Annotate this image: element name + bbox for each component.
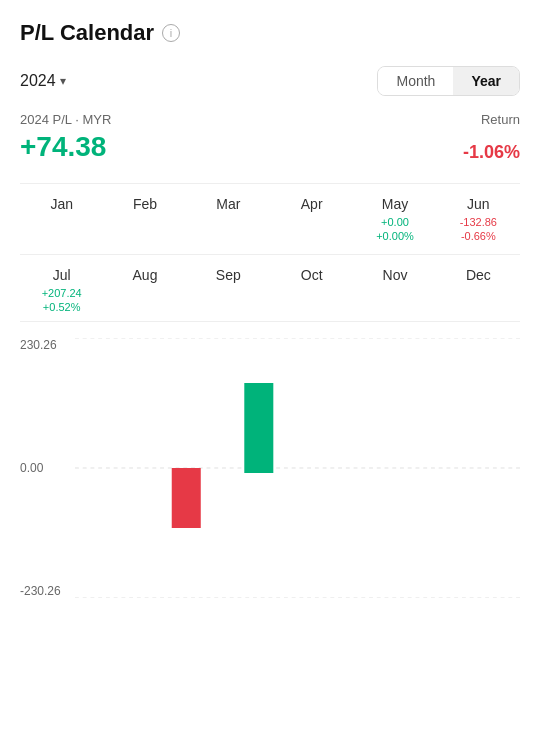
page-title: P/L Calendar xyxy=(20,20,154,46)
summary-label: 2024 P/L · MYR xyxy=(20,112,111,127)
chart-svg xyxy=(75,338,520,598)
candle-sep xyxy=(172,468,201,528)
month-cell-nov[interactable]: Nov xyxy=(353,267,436,313)
chart-inner xyxy=(75,338,520,598)
months-row1: Jan Feb Mar Apr May +0.00 +0.00% Jun -13… xyxy=(20,184,520,255)
chart-label-bot: -230.26 xyxy=(20,584,80,598)
month-cell-feb[interactable]: Feb xyxy=(103,196,186,242)
month-cell-apr[interactable]: Apr xyxy=(270,196,353,242)
month-toggle-btn[interactable]: Month xyxy=(378,67,453,95)
candle-oct xyxy=(244,383,273,473)
month-cell-dec[interactable]: Dec xyxy=(437,267,520,313)
year-toggle-btn[interactable]: Year xyxy=(453,67,519,95)
view-toggle: Month Year xyxy=(377,66,520,96)
month-cell-may[interactable]: May +0.00 +0.00% xyxy=(353,196,436,242)
return-label: Return xyxy=(481,112,520,127)
header-row: P/L Calendar i xyxy=(20,20,520,46)
summary-values-row: +74.38 -1.06% xyxy=(20,131,520,163)
month-cell-oct[interactable]: Oct xyxy=(270,267,353,313)
year-value: 2024 xyxy=(20,72,56,90)
return-value: -1.06% xyxy=(463,142,520,163)
month-cell-sep[interactable]: Sep xyxy=(187,267,270,313)
year-caret: ▾ xyxy=(60,74,66,88)
summary-row: 2024 P/L · MYR Return xyxy=(20,112,520,127)
month-cell-jan[interactable]: Jan xyxy=(20,196,103,242)
chart-label-top: 230.26 xyxy=(20,338,80,352)
month-cell-jul[interactable]: Jul +207.24 +0.52% xyxy=(20,267,103,313)
year-selector[interactable]: 2024 ▾ xyxy=(20,72,66,90)
chart-label-mid: 0.00 xyxy=(20,461,80,475)
pl-value: +74.38 xyxy=(20,131,106,163)
chart-y-labels: 230.26 0.00 -230.26 xyxy=(20,338,80,598)
month-cell-aug[interactable]: Aug xyxy=(103,267,186,313)
info-icon[interactable]: i xyxy=(162,24,180,42)
months-row2: Jul +207.24 +0.52% Aug Sep Oct Nov Dec xyxy=(20,255,520,322)
controls-row: 2024 ▾ Month Year xyxy=(20,66,520,96)
pl-calendar-page: P/L Calendar i 2024 ▾ Month Year 2024 P/… xyxy=(0,0,540,743)
month-cell-mar[interactable]: Mar xyxy=(187,196,270,242)
chart-area: 230.26 0.00 -230.26 xyxy=(20,338,520,598)
month-cell-jun[interactable]: Jun -132.86 -0.66% xyxy=(437,196,520,242)
